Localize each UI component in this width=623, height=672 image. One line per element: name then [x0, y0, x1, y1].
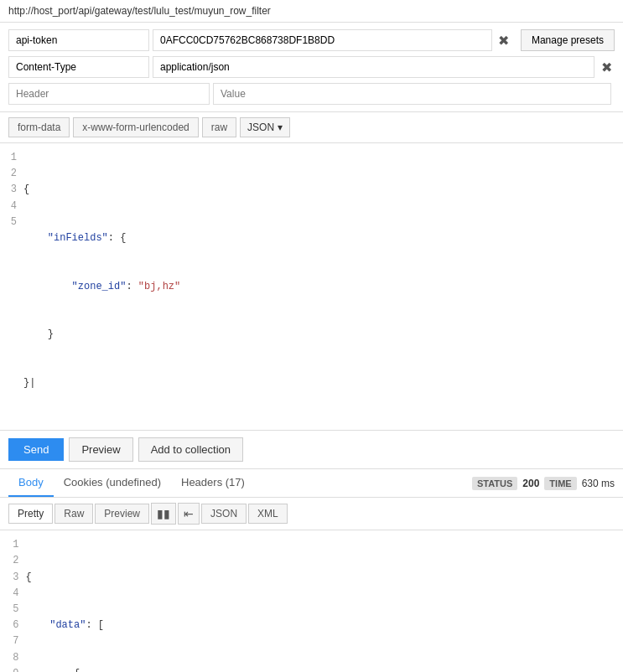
header-inputs-2: ✖ [8, 56, 615, 78]
tab-json[interactable]: JSON ▾ [240, 117, 290, 137]
status-value: 200 [522, 478, 539, 489]
header-key-1[interactable] [8, 29, 149, 51]
header-row-2: ✖ [8, 56, 615, 78]
tab-form-data[interactable]: form-data [8, 117, 70, 137]
response-body: 1 2 3 4 5 6 7 8 9 10 11 12 13 14 15 16 1… [0, 530, 623, 672]
header-key-2[interactable] [8, 56, 149, 78]
copy-icon[interactable]: ▮▮ [151, 503, 176, 525]
tab-urlencoded[interactable]: x-www-form-urlencoded [73, 117, 198, 137]
header-value-placeholder[interactable] [213, 83, 611, 105]
format-json-btn[interactable]: JSON [201, 504, 247, 524]
send-button[interactable]: Send [8, 438, 64, 461]
url-text: http://host_port/api/gateway/test/lulu_t… [8, 5, 271, 17]
time-value: 630 ms [582, 478, 615, 489]
time-label: TIME [544, 477, 576, 490]
preview-button[interactable]: Preview [69, 437, 132, 462]
format-icon[interactable]: ⇤ [178, 503, 200, 525]
add-to-collection-button[interactable]: Add to collection [138, 437, 243, 462]
remove-header-2[interactable]: ✖ [598, 59, 615, 75]
header-value-1[interactable] [153, 29, 492, 51]
format-tabs: Pretty Raw Preview ▮▮ ⇤ JSON XML [0, 498, 623, 530]
headers-section: ✖ Manage presets ✖ [0, 23, 623, 112]
status-badge: STATUS 200 TIME 630 ms [472, 477, 615, 490]
format-xml-btn[interactable]: XML [248, 504, 288, 524]
response-tabs: Body Cookies (undefined) Headers (17) ST… [0, 469, 623, 498]
request-code[interactable]: { "inFields": { "zone_id": "bj,hz" } }| [23, 150, 623, 423]
chevron-down-icon: ▾ [278, 121, 283, 133]
status-label: STATUS [472, 477, 517, 490]
json-label: JSON [247, 121, 274, 133]
header-key-placeholder[interactable] [8, 83, 210, 105]
response-line-numbers: 1 2 3 4 5 6 7 8 9 10 11 12 13 14 15 16 1… [0, 537, 25, 672]
tab-headers[interactable]: Headers (17) [171, 469, 255, 497]
line-numbers: 1 2 3 4 5 [0, 150, 23, 423]
url-bar: http://host_port/api/gateway/test/lulu_t… [0, 0, 623, 23]
tab-raw[interactable]: raw [202, 117, 236, 137]
format-preview[interactable]: Preview [95, 504, 149, 524]
header-placeholder-row [8, 83, 615, 105]
response-code: { "data": [ { "zone_id": "bj", "sales_d"… [25, 537, 623, 672]
header-inputs-1: ✖ [8, 29, 512, 51]
action-bar: Send Preview Add to collection [0, 431, 623, 469]
format-raw[interactable]: Raw [55, 504, 93, 524]
tab-body[interactable]: Body [8, 469, 54, 497]
header-row-1: ✖ Manage presets [8, 29, 615, 51]
format-pretty[interactable]: Pretty [8, 504, 53, 524]
manage-presets-button[interactable]: Manage presets [521, 29, 615, 51]
tab-cookies[interactable]: Cookies (undefined) [54, 469, 171, 497]
body-type-tabs: form-data x-www-form-urlencoded raw JSON… [0, 112, 623, 143]
request-body-editor[interactable]: 1 2 3 4 5 { "inFields": { "zone_id": "bj… [0, 143, 623, 431]
remove-header-1[interactable]: ✖ [496, 32, 512, 49]
header-value-2[interactable] [153, 56, 594, 78]
